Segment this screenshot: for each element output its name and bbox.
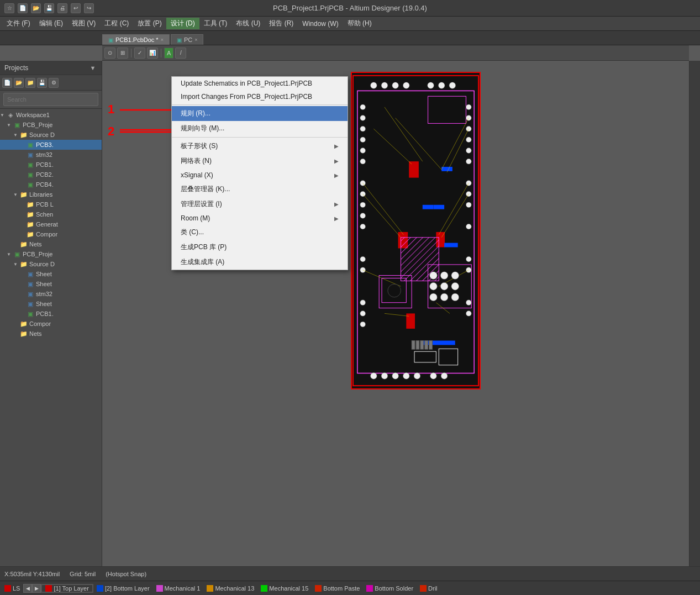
tree-item[interactable]: ▣Sheet	[0, 279, 102, 289]
menu-help[interactable]: 帮助 (H)	[343, 18, 376, 29]
menu-layer-stack[interactable]: 层叠管理器 (K)...	[172, 182, 348, 197]
tree-item[interactable]: ▣stm32	[0, 150, 102, 160]
pt-open[interactable]: 📂	[14, 78, 24, 88]
svg-rect-49	[441, 167, 452, 171]
tree-expand-arrow[interactable]: ▼	[7, 123, 13, 128]
tree-expand-arrow[interactable]: ▼	[7, 252, 13, 257]
tree-item[interactable]: 📁Compor	[0, 229, 102, 239]
tree-item[interactable]: ▼📁Libraries	[0, 189, 102, 199]
tree-item[interactable]: ▼▣PCB_Proje	[0, 120, 102, 130]
tree-item[interactable]: 📁PCB L	[0, 199, 102, 209]
tab-close-pcb1[interactable]: ×	[161, 37, 164, 43]
layer-prev-btn[interactable]: ◀	[23, 584, 32, 593]
app-icon[interactable]: ☆	[4, 3, 14, 13]
menu-route[interactable]: 布线 (U)	[231, 18, 265, 29]
tree-item[interactable]: 📁Generat	[0, 219, 102, 229]
tree-item[interactable]: ▼📁Source D	[0, 259, 102, 269]
tree-item[interactable]: ▼▣PCB_Proje	[0, 249, 102, 259]
save-btn[interactable]: 💾	[44, 3, 54, 13]
tree-item[interactable]: ▣PCB3.	[0, 140, 102, 150]
tree-item[interactable]: 📁Nets	[0, 329, 102, 339]
panel-menu-icon[interactable]: ▼	[88, 64, 97, 72]
tool-graph[interactable]: 📊	[147, 48, 158, 59]
tree-item[interactable]: ▣stm32	[0, 289, 102, 299]
design-dropdown-menu[interactable]: Update Schematics in PCB_Project1.PrjPCB…	[171, 76, 348, 270]
undo-btn[interactable]: ↩	[71, 3, 81, 13]
new-btn[interactable]: 📄	[18, 3, 28, 13]
tab-pc[interactable]: ▣ PC ×	[171, 34, 204, 45]
menu-update-schematics[interactable]: Update Schematics in PCB_Project1.PrjPCB	[172, 77, 348, 90]
menu-design[interactable]: 设计 (D)	[166, 18, 199, 29]
tree-expand-arrow[interactable]: ▼	[13, 262, 20, 267]
tree-expand-arrow[interactable]: ▼	[13, 192, 20, 197]
svg-point-28	[360, 322, 366, 327]
menu-board-shape[interactable]: 板子形状 (S) ▶	[172, 139, 348, 154]
search-input[interactable]	[3, 93, 98, 106]
pt-settings[interactable]: ⚙	[49, 78, 59, 88]
layer-top[interactable]: [1] Top Layer	[41, 584, 93, 593]
redo-btn[interactable]: ↪	[84, 3, 94, 13]
tree-node-label: PCB1.	[36, 161, 54, 168]
tree-item[interactable]: 📁Compor	[0, 319, 102, 329]
tree-node-label: Nets	[29, 330, 42, 337]
submenu-arrow-room: ▶	[334, 215, 339, 222]
tree-item[interactable]: 📁Nets	[0, 239, 102, 249]
tree-node-icon: ▣	[27, 151, 34, 159]
tree-item[interactable]: ▣PCB2.	[0, 170, 102, 180]
print-btn[interactable]: 🖨	[57, 3, 67, 13]
menu-gen-pcb-lib[interactable]: 生成PCB 库 (P)	[172, 240, 348, 255]
menu-xsignal[interactable]: xSignal (X) ▶	[172, 169, 348, 182]
tree-item[interactable]: ▣PCB1.	[0, 160, 102, 170]
layer-bottom-paste[interactable]: Bottom Paste	[312, 585, 363, 592]
menu-rules[interactable]: 规则 (R)...	[172, 106, 348, 121]
layer-ls[interactable]: LS	[1, 585, 23, 592]
tool-pen[interactable]: /	[175, 48, 186, 59]
menu-gen-integrated-lib[interactable]: 生成集成库 (A)	[172, 255, 348, 270]
tree-item[interactable]: ▣Sheet	[0, 269, 102, 279]
menu-project[interactable]: 工程 (C)	[100, 18, 133, 29]
tool-snap[interactable]: ⊙	[104, 48, 115, 59]
tree-item[interactable]: 📁Schen	[0, 209, 102, 219]
tool-check[interactable]: ✓	[134, 48, 145, 59]
tree-expand-arrow[interactable]: ▼	[13, 133, 20, 138]
tree-node-label: PCB_Proje	[23, 251, 52, 257]
menu-rules-wizard[interactable]: 规则向导 (M)...	[172, 121, 348, 136]
menu-manage-layers[interactable]: 管理层设置 (I) ▶	[172, 197, 348, 212]
pt-save[interactable]: 💾	[37, 78, 47, 88]
menu-place[interactable]: 放置 (P)	[133, 18, 166, 29]
menu-tools[interactable]: 工具 (T)	[199, 18, 232, 29]
tree-item[interactable]: ▼◈Workspace1	[0, 110, 102, 120]
tool-grid[interactable]: ⊞	[117, 48, 128, 59]
svg-point-16	[360, 137, 366, 143]
menu-netlist[interactable]: 网络表 (N) ▶	[172, 154, 348, 169]
menu-reports[interactable]: 报告 (R)	[265, 18, 298, 29]
menu-room[interactable]: Room (M) ▶	[172, 212, 348, 225]
layer-mech13[interactable]: Mechanical 13	[203, 585, 257, 592]
menu-class[interactable]: 类 (C)...	[172, 225, 348, 240]
pt-close[interactable]: 📁	[25, 78, 35, 88]
layer-mech1[interactable]: Mechanical 1	[153, 585, 204, 592]
tab-close-pc[interactable]: ×	[194, 37, 197, 43]
layer-bottom[interactable]: [2] Bottom Layer	[93, 585, 153, 592]
menu-view[interactable]: 视图 (V)	[67, 18, 100, 29]
menu-window[interactable]: Window (W)	[298, 19, 343, 29]
tree-item[interactable]: ▣PCB1.	[0, 309, 102, 319]
open-btn[interactable]: 📂	[31, 3, 41, 13]
layer-mech15[interactable]: Mechanical 15	[257, 585, 312, 592]
layer-drill[interactable]: Dril	[417, 585, 441, 592]
menu-file[interactable]: 文件 (F)	[2, 18, 35, 29]
tree-node-label: Nets	[29, 241, 42, 248]
menu-edit[interactable]: 编辑 (E)	[35, 18, 67, 29]
tree-item[interactable]: ▣Sheet	[0, 299, 102, 309]
tree-node-icon: 📁	[20, 240, 28, 248]
tree-node-icon: 📁	[27, 201, 34, 208]
tree-item[interactable]: ▣PCB4.	[0, 180, 102, 189]
layer-bottom-solder[interactable]: Bottom Solder	[363, 585, 417, 592]
pt-new[interactable]: 📄	[2, 78, 12, 88]
layer-next-btn[interactable]: ▶	[32, 584, 41, 593]
menu-import-changes[interactable]: Import Changes From PCB_Project1.PrjPCB	[172, 90, 348, 103]
tree-expand-arrow[interactable]: ▼	[0, 113, 7, 118]
tree-item[interactable]: ▼📁Source D	[0, 130, 102, 140]
tab-pcb1[interactable]: ▣ PCB1.PcbDoc * ×	[102, 34, 170, 45]
tool-a[interactable]: A	[164, 48, 173, 59]
